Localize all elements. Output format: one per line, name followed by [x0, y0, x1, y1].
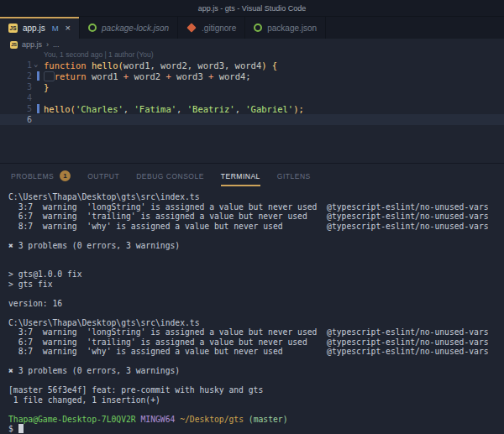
tab-.gitignore[interactable]: .gitignore — [178, 17, 245, 39]
code-text: } — [44, 82, 49, 92]
code-line-3[interactable]: 3} — [0, 81, 504, 92]
breadcrumb-more[interactable]: ... — [53, 40, 60, 49]
terminal-output[interactable]: C:\Users\Thapa\Desktop\gts\src\index.ts … — [0, 186, 504, 434]
code-line-2[interactable]: 2 return word1 + word2 + word3 + word4; — [0, 71, 504, 81]
terminal-line — [8, 405, 504, 415]
terminal-line: C:\Users\Thapa\Desktop\gts\src\index.ts — [8, 192, 504, 202]
terminal-text: > gts fix — [8, 280, 53, 289]
terminal-line — [8, 376, 504, 386]
terminal-text: C:\Users\Thapa\Desktop\gts\src\index.ts — [8, 192, 199, 201]
line-number: 4 — [0, 93, 32, 102]
tab-app.js[interactable]: JSapp.jsM× — [0, 17, 80, 39]
code-token: , — [176, 104, 187, 114]
terminal-line: C:\Users\Thapa\Desktop\gts\src\index.ts — [8, 318, 504, 328]
fold-chevron-icon[interactable]: ⌄ — [34, 60, 38, 68]
code-editor[interactable]: You, 1 second ago | 1 author (You) 1⌄fun… — [0, 50, 504, 163]
panel-tab-debug-console[interactable]: DEBUG CONSOLE — [136, 164, 204, 186]
terminal-text: (master) — [249, 415, 288, 424]
line-number: 6 — [0, 115, 32, 124]
terminal-line: 3:7 warning 'longString' is assigned a v… — [8, 202, 504, 212]
terminal-text: C:\Users\Thapa\Desktop\gts\src\index.ts — [8, 318, 199, 327]
terminal-text: ~/Desktop/gts — [180, 415, 244, 424]
terminal-text: version: 16 — [8, 299, 62, 308]
terminal-line — [8, 308, 504, 318]
terminal-line: 8:7 warning 'why' is assigned a value bu… — [8, 347, 504, 357]
code-token — [44, 71, 55, 81]
line-number: 1 — [0, 60, 32, 70]
terminal-text: 8:7 warning 'why' is assigned a value bu… — [8, 222, 489, 231]
git-icon — [186, 23, 196, 32]
terminal-text: 8:7 warning 'why' is assigned a value bu… — [8, 347, 489, 356]
problems-count-badge: 1 — [60, 170, 71, 181]
terminal-text: > gts@1.0.0 fix — [8, 269, 82, 279]
terminal-line — [8, 231, 504, 241]
code-token: word2 — [129, 71, 165, 81]
terminal-line: > gts@1.0.0 fix — [8, 269, 504, 280]
modified-badge: M — [52, 24, 59, 33]
close-icon[interactable]: × — [66, 24, 71, 33]
tab-bar: JSapp.jsM×package-lock.json.gitignorepac… — [0, 17, 504, 39]
codelens-annotation[interactable]: You, 1 second ago | 1 author (You) — [44, 50, 504, 60]
code-token: , — [235, 104, 246, 114]
line-number: 5 — [0, 104, 32, 113]
npm-icon — [88, 24, 97, 32]
code-token: 'Beatriz' — [187, 104, 235, 114]
tab-label: app.js — [23, 24, 45, 33]
code-token: return — [55, 71, 87, 81]
code-token: ) { — [261, 60, 277, 71]
code-token: hello — [44, 104, 71, 114]
breadcrumb[interactable]: JS app.js › ... — [0, 39, 504, 50]
code-token: , — [123, 104, 134, 114]
terminal-text: 3:7 warning 'longString' is assigned a v… — [8, 327, 489, 337]
terminal-text: 6:7 warning 'trailing' is assigned a val… — [8, 212, 489, 221]
code-text: hello('Charles', 'Fatima', 'Beatriz', 'G… — [44, 104, 304, 114]
terminal-line — [8, 357, 504, 367]
terminal-line: > gts fix — [8, 280, 504, 290]
code-token: word1, word2, word3, word4 — [123, 60, 261, 71]
terminal-line: 6:7 warning 'trailing' is assigned a val… — [8, 337, 504, 348]
code-token: hello — [92, 60, 118, 71]
breadcrumb-file[interactable]: app.js — [22, 40, 42, 49]
panel-tab-gitlens[interactable]: GITLENS — [277, 164, 311, 186]
terminal-line: Thapa@Game-Desktop-7L0QV2R MINGW64 ~/Des… — [8, 415, 504, 425]
code-text: function hello(word1, word2, word3, word… — [44, 60, 277, 71]
title-bar: app.js - gts - Visual Studio Code — [0, 0, 504, 17]
code-token: 'Charles' — [76, 104, 123, 114]
panel-tab-terminal[interactable]: TERMINAL — [221, 164, 260, 186]
git-modified-indicator — [37, 104, 39, 113]
code-line-5[interactable]: 5hello('Charles', 'Fatima', 'Beatriz', '… — [0, 103, 504, 114]
terminal-text: [master 56f3e4f] feat: pre-commit with h… — [8, 385, 263, 395]
panel-tab-bar: PROBLEMS1OUTPUTDEBUG CONSOLETERMINALGITL… — [0, 163, 504, 186]
tab-package-lock.json[interactable]: package-lock.json — [80, 17, 178, 39]
terminal-text: 1 file changed, 1 insertion(+) — [8, 395, 160, 405]
code-line-4[interactable]: 4 — [0, 92, 504, 103]
git-modified-indicator — [37, 71, 39, 81]
terminal-cursor — [18, 424, 24, 433]
terminal-line — [8, 289, 504, 299]
terminal-line: ✖ 3 problems (0 errors, 3 warnings) — [8, 241, 504, 251]
terminal-line — [8, 250, 504, 260]
code-line-1[interactable]: 1⌄function hello(word1, word2, word3, wo… — [0, 60, 504, 71]
code-token: function — [44, 60, 92, 71]
terminal-text: 3:7 warning 'longString' is assigned a v… — [8, 202, 489, 212]
code-token: word1 — [87, 71, 123, 81]
panel-tab-problems[interactable]: PROBLEMS1 — [11, 164, 71, 186]
tab-label: package-lock.json — [102, 24, 169, 33]
code-lines: 1⌄function hello(word1, word2, word3, wo… — [0, 60, 504, 125]
breadcrumb-separator-icon: › — [46, 40, 49, 49]
line-number: 2 — [0, 71, 32, 81]
terminal-text: Thapa@Game-Desktop-7L0QV2R — [8, 415, 136, 424]
js-icon: JS — [8, 24, 18, 33]
terminal-line: 6:7 warning 'trailing' is assigned a val… — [8, 212, 504, 222]
code-line-6[interactable]: 6 — [0, 114, 504, 125]
panel-tab-output[interactable]: OUTPUT — [87, 164, 119, 186]
code-token: 'Gabriel' — [245, 104, 293, 114]
terminal-text: ✖ 3 problems (0 errors, 3 warnings) — [8, 366, 180, 375]
tab-package.json[interactable]: package.json — [245, 17, 326, 39]
terminal-line: $ — [8, 424, 504, 434]
terminal-text: $ — [8, 424, 18, 433]
terminal-line — [8, 260, 504, 270]
terminal-text: MINGW64 — [141, 415, 176, 424]
code-token: word4; — [213, 71, 250, 81]
js-file-icon: JS — [10, 41, 18, 49]
